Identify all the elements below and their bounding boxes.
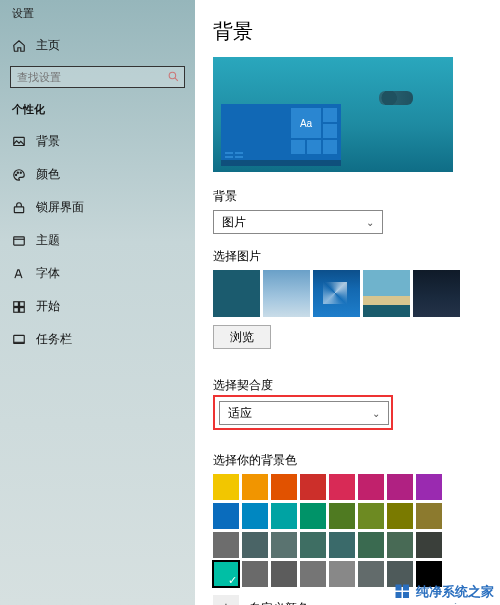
palette-icon bbox=[12, 168, 26, 182]
desktop-preview: Aa bbox=[213, 57, 453, 172]
svg-rect-7 bbox=[14, 301, 19, 306]
color-swatch[interactable] bbox=[387, 503, 413, 529]
picture-thumb[interactable] bbox=[413, 270, 460, 317]
nav-label: 主题 bbox=[36, 232, 60, 249]
color-grid bbox=[213, 474, 482, 587]
dropdown-value: 适应 bbox=[228, 405, 252, 422]
sidebar-item-taskbar[interactable]: 任务栏 bbox=[0, 323, 195, 356]
svg-point-4 bbox=[20, 172, 21, 173]
svg-rect-8 bbox=[20, 301, 25, 306]
color-swatch[interactable] bbox=[329, 474, 355, 500]
color-swatch[interactable] bbox=[300, 474, 326, 500]
color-swatch[interactable] bbox=[300, 561, 326, 587]
main-panel: 背景 Aa 背景 图片 ⌄ 选择图片 bbox=[195, 0, 500, 605]
pick-image-label: 选择图片 bbox=[213, 248, 482, 265]
color-swatch[interactable] bbox=[213, 532, 239, 558]
theme-icon bbox=[12, 234, 26, 248]
svg-rect-13 bbox=[403, 585, 409, 591]
nav-label: 锁屏界面 bbox=[36, 199, 84, 216]
custom-color-label: 自定义颜色 bbox=[249, 600, 309, 606]
color-swatch[interactable] bbox=[387, 532, 413, 558]
svg-rect-15 bbox=[403, 592, 409, 598]
color-swatch[interactable] bbox=[300, 503, 326, 529]
highlight-box: 适应 ⌄ bbox=[213, 395, 393, 430]
color-swatch[interactable] bbox=[213, 561, 239, 587]
color-swatch[interactable] bbox=[213, 503, 239, 529]
svg-rect-14 bbox=[396, 592, 402, 598]
picture-thumb[interactable] bbox=[263, 270, 310, 317]
picture-thumb[interactable] bbox=[363, 270, 410, 317]
start-icon bbox=[12, 300, 26, 314]
color-swatch[interactable] bbox=[329, 503, 355, 529]
color-swatch[interactable] bbox=[329, 532, 355, 558]
chevron-down-icon: ⌄ bbox=[366, 217, 374, 228]
color-swatch[interactable] bbox=[329, 561, 355, 587]
svg-rect-9 bbox=[14, 307, 19, 312]
color-swatch[interactable] bbox=[242, 532, 268, 558]
sidebar-item-lockscreen[interactable]: 锁屏界面 bbox=[0, 191, 195, 224]
color-swatch[interactable] bbox=[387, 474, 413, 500]
color-swatch[interactable] bbox=[271, 474, 297, 500]
sidebar-item-start[interactable]: 开始 bbox=[0, 290, 195, 323]
color-label: 选择你的背景色 bbox=[213, 452, 482, 469]
search-input[interactable] bbox=[10, 66, 185, 88]
nav-label: 任务栏 bbox=[36, 331, 72, 348]
svg-rect-6 bbox=[14, 236, 25, 244]
add-custom-color-button[interactable]: + bbox=[213, 595, 239, 605]
color-swatch[interactable] bbox=[416, 503, 442, 529]
watermark: 纯净系统之家 www.ycwjzy.com bbox=[394, 583, 494, 601]
fit-dropdown[interactable]: 适应 ⌄ bbox=[219, 401, 389, 425]
picture-thumb[interactable] bbox=[213, 270, 260, 317]
picture-icon bbox=[12, 135, 26, 149]
svg-rect-5 bbox=[14, 206, 23, 212]
nav-label: 背景 bbox=[36, 133, 60, 150]
fit-label: 选择契合度 bbox=[213, 377, 482, 394]
section-label: 个性化 bbox=[0, 100, 195, 125]
sidebar-item-themes[interactable]: 主题 bbox=[0, 224, 195, 257]
bg-field-label: 背景 bbox=[213, 188, 482, 205]
page-title: 背景 bbox=[213, 18, 482, 45]
dropdown-value: 图片 bbox=[222, 214, 246, 231]
sidebar-item-fonts[interactable]: 字体 bbox=[0, 257, 195, 290]
svg-point-2 bbox=[16, 174, 17, 175]
logo-icon bbox=[394, 583, 412, 601]
color-swatch[interactable] bbox=[358, 532, 384, 558]
search-wrap bbox=[10, 66, 185, 88]
lock-icon bbox=[12, 201, 26, 215]
svg-point-3 bbox=[17, 172, 18, 173]
browse-button[interactable]: 浏览 bbox=[213, 325, 271, 349]
color-swatch[interactable] bbox=[416, 532, 442, 558]
picture-thumbs bbox=[213, 270, 482, 317]
sidebar-item-colors[interactable]: 颜色 bbox=[0, 158, 195, 191]
preview-sample-text: Aa bbox=[291, 108, 321, 138]
color-swatch[interactable] bbox=[271, 532, 297, 558]
taskbar-icon bbox=[12, 333, 26, 347]
font-icon bbox=[12, 267, 26, 281]
nav-label: 颜色 bbox=[36, 166, 60, 183]
color-swatch[interactable] bbox=[213, 474, 239, 500]
color-swatch[interactable] bbox=[300, 532, 326, 558]
background-type-dropdown[interactable]: 图片 ⌄ bbox=[213, 210, 383, 234]
color-swatch[interactable] bbox=[242, 503, 268, 529]
search-icon bbox=[167, 70, 180, 83]
color-swatch[interactable] bbox=[271, 561, 297, 587]
color-swatch[interactable] bbox=[416, 474, 442, 500]
settings-sidebar: 设置 主页 个性化 背景 颜色 锁屏界面 主题 bbox=[0, 0, 195, 605]
nav-label: 字体 bbox=[36, 265, 60, 282]
picture-thumb[interactable] bbox=[313, 270, 360, 317]
svg-point-0 bbox=[169, 72, 176, 79]
color-swatch[interactable] bbox=[358, 474, 384, 500]
color-swatch[interactable] bbox=[271, 503, 297, 529]
color-swatch[interactable] bbox=[242, 474, 268, 500]
color-swatch[interactable] bbox=[242, 561, 268, 587]
home-label: 主页 bbox=[36, 37, 60, 54]
color-swatch[interactable] bbox=[358, 503, 384, 529]
home-icon bbox=[12, 39, 26, 53]
svg-rect-10 bbox=[20, 307, 25, 312]
sidebar-item-home[interactable]: 主页 bbox=[0, 31, 195, 60]
sidebar-item-background[interactable]: 背景 bbox=[0, 125, 195, 158]
watermark-brand: 纯净系统之家 bbox=[416, 583, 494, 601]
chevron-down-icon: ⌄ bbox=[372, 408, 380, 419]
color-swatch[interactable] bbox=[358, 561, 384, 587]
app-title: 设置 bbox=[0, 6, 195, 31]
